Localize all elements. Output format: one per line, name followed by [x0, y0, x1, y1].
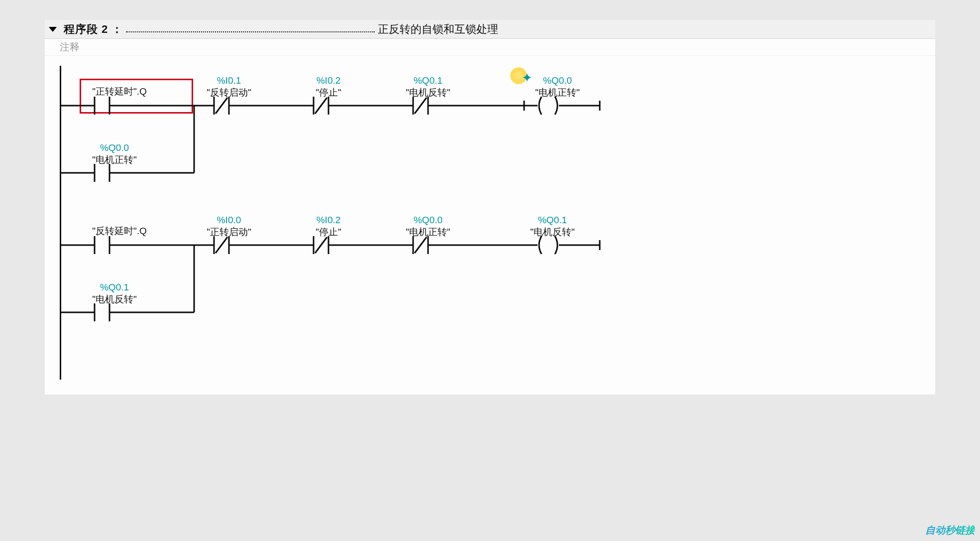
network-comment[interactable]: 注释	[45, 39, 935, 56]
contact-label: %Q0.1 "电机反转"	[75, 281, 154, 305]
ladder-area: ✦	[45, 56, 935, 395]
contact-label: %I0.0 "正转启动"	[194, 214, 264, 238]
contact-label: %I0.2 "停止"	[294, 75, 363, 99]
network-header[interactable]: 程序段 2 ： 正反转的自锁和互锁处理	[45, 20, 935, 39]
svg-line-42	[415, 237, 427, 253]
contact-label: %Q0.0 "电机正转"	[518, 75, 597, 99]
network-title: 程序段 2 ：	[64, 22, 123, 37]
contact-label: %Q0.1 "电机反转"	[513, 214, 592, 238]
contact-label: "反转延时".Q	[75, 225, 164, 237]
svg-line-16	[415, 98, 427, 114]
svg-line-38	[315, 237, 327, 253]
collapse-icon[interactable]	[49, 27, 57, 32]
contact-label: %I0.1 "反转启动"	[194, 75, 264, 99]
svg-line-12	[315, 98, 327, 114]
header-dotted-line	[126, 26, 375, 32]
contact-label: %Q0.0 "电机正转"	[393, 214, 463, 238]
contact-label: %Q0.0 "电机正转"	[75, 142, 154, 166]
network-block: 程序段 2 ： 正反转的自锁和互锁处理 注释 ✦	[45, 20, 935, 395]
svg-line-34	[216, 237, 227, 253]
contact-label: "正转延时".Q	[75, 86, 164, 98]
svg-line-8	[216, 98, 227, 114]
network-description: 正反转的自锁和互锁处理	[378, 22, 498, 37]
comment-placeholder: 注释	[60, 40, 80, 54]
contact-label: %I0.2 "停止"	[294, 214, 363, 238]
contact-label: %Q0.1 "电机反转"	[393, 75, 463, 99]
